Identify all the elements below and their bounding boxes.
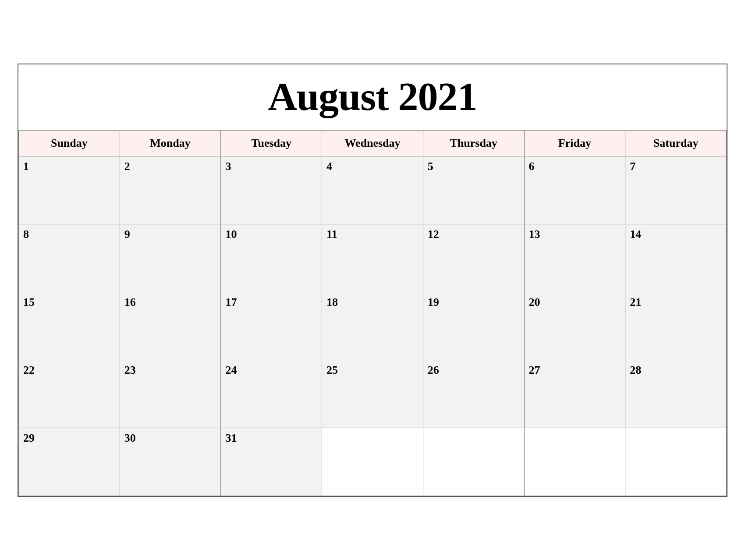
day-number: 21 [630,296,722,309]
day-cell[interactable]: 22 [19,360,120,428]
week-row-4: 22232425262728 [19,360,727,428]
day-number: 22 [23,364,115,377]
day-cell[interactable]: 7 [625,156,727,224]
header-row: SundayMondayTuesdayWednesdayThursdayFrid… [19,130,727,156]
day-cell[interactable]: 10 [221,224,322,292]
day-number: 17 [225,296,317,309]
day-number: 20 [529,296,621,309]
day-cell[interactable] [625,428,727,496]
day-cell[interactable]: 24 [221,360,322,428]
day-number: 7 [630,160,722,173]
day-number: 6 [529,160,621,173]
day-cell[interactable]: 19 [423,292,524,360]
day-cell[interactable]: 18 [322,292,423,360]
day-cell[interactable]: 6 [524,156,625,224]
week-row-5: 293031 [19,428,727,496]
day-number: 31 [225,432,317,445]
day-cell[interactable]: 12 [423,224,524,292]
header-saturday: Saturday [625,130,727,156]
day-number: 12 [428,228,520,241]
day-number: 8 [23,228,115,241]
day-number: 4 [326,160,419,173]
day-cell[interactable]: 30 [120,428,221,496]
day-cell[interactable]: 9 [120,224,221,292]
header-thursday: Thursday [423,130,524,156]
day-number: 24 [225,364,317,377]
header-sunday: Sunday [19,130,120,156]
calendar-title: August 2021 [18,64,727,130]
day-number: 14 [630,228,722,241]
day-cell[interactable]: 17 [221,292,322,360]
day-number: 16 [124,296,216,309]
day-cell[interactable]: 20 [524,292,625,360]
day-cell[interactable]: 27 [524,360,625,428]
day-cell[interactable]: 1 [19,156,120,224]
day-cell[interactable]: 15 [19,292,120,360]
day-cell[interactable]: 31 [221,428,322,496]
calendar-container: August 2021 SundayMondayTuesdayWednesday… [18,64,727,497]
day-cell[interactable]: 25 [322,360,423,428]
day-number: 18 [326,296,419,309]
header-wednesday: Wednesday [322,130,423,156]
week-row-2: 891011121314 [19,224,727,292]
day-number: 25 [326,364,419,377]
day-number: 23 [124,364,216,377]
day-number: 27 [529,364,621,377]
day-cell[interactable]: 8 [19,224,120,292]
day-cell[interactable] [322,428,423,496]
day-number: 10 [225,228,317,241]
day-number: 11 [326,228,419,241]
day-cell[interactable]: 21 [625,292,727,360]
day-number: 3 [225,160,317,173]
header-monday: Monday [120,130,221,156]
day-number: 29 [23,432,115,445]
day-number: 1 [23,160,115,173]
day-number: 2 [124,160,216,173]
calendar-grid: SundayMondayTuesdayWednesdayThursdayFrid… [18,130,727,496]
day-cell[interactable]: 4 [322,156,423,224]
day-cell[interactable]: 13 [524,224,625,292]
day-cell[interactable]: 5 [423,156,524,224]
day-number: 13 [529,228,621,241]
week-row-1: 1234567 [19,156,727,224]
day-number: 15 [23,296,115,309]
day-number: 19 [428,296,520,309]
day-cell[interactable] [524,428,625,496]
day-number: 5 [428,160,520,173]
day-cell[interactable] [423,428,524,496]
day-number: 9 [124,228,216,241]
day-number: 28 [630,364,722,377]
day-number: 26 [428,364,520,377]
day-number: 30 [124,432,216,445]
day-cell[interactable]: 28 [625,360,727,428]
week-row-3: 15161718192021 [19,292,727,360]
day-cell[interactable]: 2 [120,156,221,224]
header-tuesday: Tuesday [221,130,322,156]
day-cell[interactable]: 23 [120,360,221,428]
day-cell[interactable]: 26 [423,360,524,428]
day-cell[interactable]: 16 [120,292,221,360]
day-cell[interactable]: 14 [625,224,727,292]
day-cell[interactable]: 29 [19,428,120,496]
day-cell[interactable]: 11 [322,224,423,292]
day-cell[interactable]: 3 [221,156,322,224]
header-friday: Friday [524,130,625,156]
